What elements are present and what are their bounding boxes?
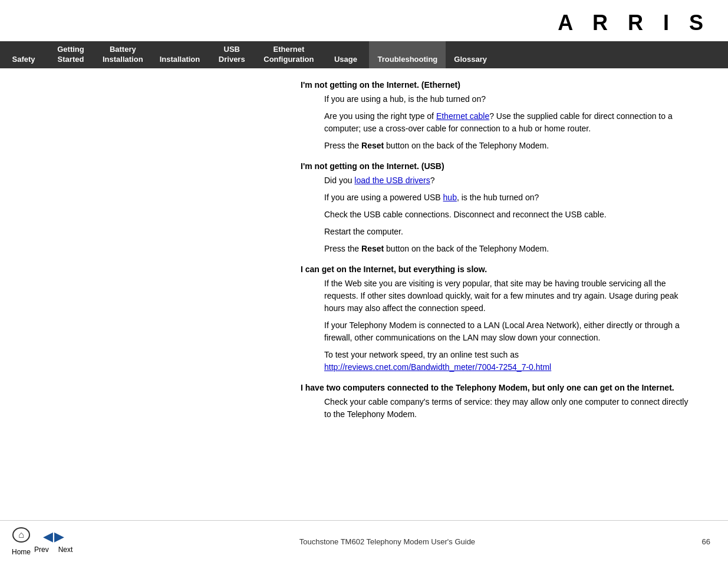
heading-ethernet: I'm not getting on the Internet. (Ethern… xyxy=(301,80,693,90)
link-ethernet-cable[interactable]: Ethernet cable xyxy=(436,111,489,121)
next-button[interactable]: ▶ xyxy=(54,529,64,544)
content-slow: If the Web site you are visiting is very… xyxy=(324,277,693,373)
section-two-computers: I have two computers connected to the Te… xyxy=(301,383,693,421)
nav-safety[interactable]: Safety xyxy=(0,41,47,68)
footer-center-text: Touchstone TM602 Telephony Modem User's … xyxy=(73,537,701,546)
nav-usb-drivers[interactable]: USB Drivers xyxy=(208,41,255,68)
nav-arrows-group: ◀ ▶ Prev Next xyxy=(34,529,73,554)
nav-battery-installation[interactable]: Battery Installation xyxy=(94,41,151,68)
link-usb-drivers[interactable]: load the USB drivers xyxy=(354,176,430,185)
nav-troubleshooting[interactable]: Troubleshooting xyxy=(369,41,446,68)
home-button[interactable]: ⌂ xyxy=(12,527,31,547)
main-content: I'm not getting on the Internet. (Ethern… xyxy=(0,68,728,442)
prev-label: Prev xyxy=(34,546,49,554)
next-label: Next xyxy=(58,546,73,554)
heading-slow: I can get on the Internet, but everythin… xyxy=(301,265,693,274)
heading-two-computers: I have two computers connected to the Te… xyxy=(301,383,693,392)
prev-button[interactable]: ◀ xyxy=(43,529,53,544)
home-icon: ⌂ xyxy=(12,527,31,543)
nav-ethernet-configuration[interactable]: Ethernet Configuration xyxy=(255,41,322,68)
svg-text:⌂: ⌂ xyxy=(18,530,24,540)
link-hub[interactable]: hub xyxy=(443,193,457,202)
nav-installation[interactable]: Installation xyxy=(151,41,209,68)
link-bandwidth-test[interactable]: http://reviews.cnet.com/Bandwidth_meter/… xyxy=(324,362,551,372)
section-usb: I'm not getting on the Internet. (USB) D… xyxy=(301,161,693,255)
nav-glossary[interactable]: Glossary xyxy=(446,41,495,68)
content-ethernet: If you are using a hub, is the hub turne… xyxy=(324,93,693,152)
content-two-computers: Check your cable company's terms of serv… xyxy=(324,396,693,421)
nav-getting-started[interactable]: Getting Started xyxy=(47,41,94,68)
content-usb: Did you load the USB drivers? If you are… xyxy=(324,174,693,255)
section-ethernet: I'm not getting on the Internet. (Ethern… xyxy=(301,80,693,152)
home-group: ⌂ Home xyxy=(12,527,31,556)
home-label: Home xyxy=(12,548,31,556)
navigation-bar: Safety Getting Started Battery Installat… xyxy=(0,41,728,68)
heading-usb: I'm not getting on the Internet. (USB) xyxy=(301,161,693,171)
arris-logo: A R R I S xyxy=(0,0,728,41)
section-slow: I can get on the Internet, but everythin… xyxy=(301,265,693,373)
footer: ⌂ Home ◀ ▶ Prev Next Touchstone TM602 Te… xyxy=(0,520,728,562)
content-area: I'm not getting on the Internet. (Ethern… xyxy=(301,80,693,421)
page-number: 66 xyxy=(702,537,710,546)
nav-usage[interactable]: Usage xyxy=(322,41,369,68)
